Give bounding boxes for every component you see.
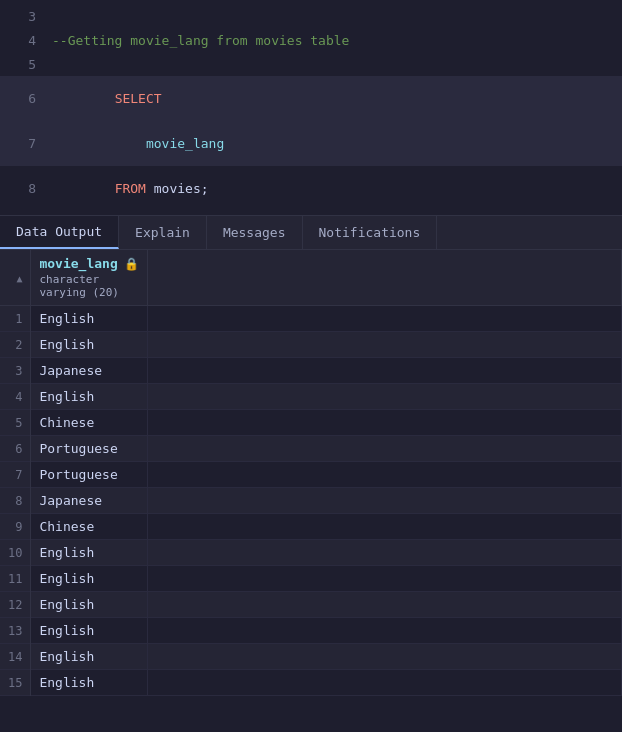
- tab-messages-label: Messages: [223, 225, 286, 240]
- row-value-cell: English: [31, 384, 147, 410]
- row-value-cell: Japanese: [31, 358, 147, 384]
- table-name: movies;: [146, 181, 209, 196]
- code-line-8: 8 FROM movies;: [0, 166, 622, 211]
- table-row: 15English: [0, 670, 622, 696]
- tab-explain[interactable]: Explain: [119, 216, 207, 249]
- from-keyword: FROM: [115, 181, 146, 196]
- line-number-8: 8: [8, 181, 36, 196]
- table-row: 11English: [0, 566, 622, 592]
- code-line-4: 4 --Getting movie_lang from movies table: [0, 28, 622, 52]
- line-content-6: SELECT: [52, 76, 162, 121]
- row-number-cell: 12: [0, 592, 31, 618]
- row-value-cell: English: [31, 592, 147, 618]
- row-number-cell: 13: [0, 618, 31, 644]
- row-value-cell: English: [31, 540, 147, 566]
- row-empty-cell: [147, 306, 621, 332]
- row-value-cell: English: [31, 332, 147, 358]
- row-number-cell: 11: [0, 566, 31, 592]
- code-editor: 3 4 --Getting movie_lang from movies tab…: [0, 0, 622, 216]
- row-value-cell: Japanese: [31, 488, 147, 514]
- table-row: 1English: [0, 306, 622, 332]
- row-empty-cell: [147, 618, 621, 644]
- tab-data-output[interactable]: Data Output: [0, 216, 119, 249]
- empty-col-header: [147, 250, 621, 306]
- code-line-3: 3: [0, 4, 622, 28]
- code-line-5: 5: [0, 52, 622, 76]
- tabs-bar: Data Output Explain Messages Notificatio…: [0, 216, 622, 250]
- line-7-indent: [115, 136, 146, 151]
- tab-messages[interactable]: Messages: [207, 216, 303, 249]
- table-row: 13English: [0, 618, 622, 644]
- table-row: 8Japanese: [0, 488, 622, 514]
- tab-notifications[interactable]: Notifications: [303, 216, 438, 249]
- row-empty-cell: [147, 514, 621, 540]
- table-header-row: ▲ movie_lang 🔒 character varying (20): [0, 250, 622, 306]
- line-number-7: 7: [8, 136, 36, 151]
- line-number-4: 4: [8, 33, 36, 48]
- select-keyword: SELECT: [115, 91, 162, 106]
- table-row: 14English: [0, 644, 622, 670]
- row-empty-cell: [147, 488, 621, 514]
- row-number-cell: 8: [0, 488, 31, 514]
- tab-notifications-label: Notifications: [319, 225, 421, 240]
- table-row: 2English: [0, 332, 622, 358]
- row-empty-cell: [147, 462, 621, 488]
- tab-explain-label: Explain: [135, 225, 190, 240]
- field-name: movie_lang: [146, 136, 224, 151]
- row-number-cell: 3: [0, 358, 31, 384]
- row-empty-cell: [147, 358, 621, 384]
- row-value-cell: English: [31, 670, 147, 696]
- row-number-cell: 5: [0, 410, 31, 436]
- row-value-cell: English: [31, 618, 147, 644]
- table-row: 6Portuguese: [0, 436, 622, 462]
- code-line-6: 6 SELECT: [0, 76, 622, 121]
- row-number-cell: 1: [0, 306, 31, 332]
- table-row: 4English: [0, 384, 622, 410]
- row-value-cell: English: [31, 306, 147, 332]
- row-empty-cell: [147, 566, 621, 592]
- row-number-cell: 10: [0, 540, 31, 566]
- row-empty-cell: [147, 436, 621, 462]
- tab-data-output-label: Data Output: [16, 224, 102, 239]
- table-row: 10English: [0, 540, 622, 566]
- line-content-7: movie_lang: [52, 121, 224, 166]
- row-number-cell: 9: [0, 514, 31, 540]
- table-row: 7Portuguese: [0, 462, 622, 488]
- table-row: 3Japanese: [0, 358, 622, 384]
- row-number-cell: 15: [0, 670, 31, 696]
- table-row: 9Chinese: [0, 514, 622, 540]
- line-number-5: 5: [8, 57, 36, 72]
- line-content-8: FROM movies;: [52, 166, 209, 211]
- column-type: character varying (20): [39, 273, 138, 299]
- row-number-header: ▲: [0, 250, 31, 306]
- row-empty-cell: [147, 384, 621, 410]
- row-value-cell: Chinese: [31, 410, 147, 436]
- data-table: ▲ movie_lang 🔒 character varying (20) 1E…: [0, 250, 622, 696]
- line-content-4: --Getting movie_lang from movies table: [52, 33, 349, 48]
- row-empty-cell: [147, 592, 621, 618]
- row-number-cell: 14: [0, 644, 31, 670]
- line-number-6: 6: [8, 91, 36, 106]
- row-empty-cell: [147, 644, 621, 670]
- column-header-name-row: movie_lang 🔒: [39, 256, 138, 271]
- row-empty-cell: [147, 410, 621, 436]
- row-empty-cell: [147, 670, 621, 696]
- row-value-cell: Chinese: [31, 514, 147, 540]
- row-number-cell: 7: [0, 462, 31, 488]
- row-number-cell: 2: [0, 332, 31, 358]
- lock-icon: 🔒: [124, 257, 139, 271]
- row-number-cell: 6: [0, 436, 31, 462]
- table-row: 5Chinese: [0, 410, 622, 436]
- column-name: movie_lang: [39, 256, 117, 271]
- code-lines: 3 4 --Getting movie_lang from movies tab…: [0, 0, 622, 215]
- row-empty-cell: [147, 332, 621, 358]
- column-header-movie-lang[interactable]: movie_lang 🔒 character varying (20): [31, 250, 147, 306]
- table-body: 1English2English3Japanese4English5Chines…: [0, 306, 622, 696]
- data-table-wrapper: ▲ movie_lang 🔒 character varying (20) 1E…: [0, 250, 622, 732]
- row-empty-cell: [147, 540, 621, 566]
- row-number-cell: 4: [0, 384, 31, 410]
- table-row: 12English: [0, 592, 622, 618]
- row-value-cell: English: [31, 566, 147, 592]
- row-value-cell: Portuguese: [31, 436, 147, 462]
- sort-arrow-icon: ▲: [16, 273, 22, 284]
